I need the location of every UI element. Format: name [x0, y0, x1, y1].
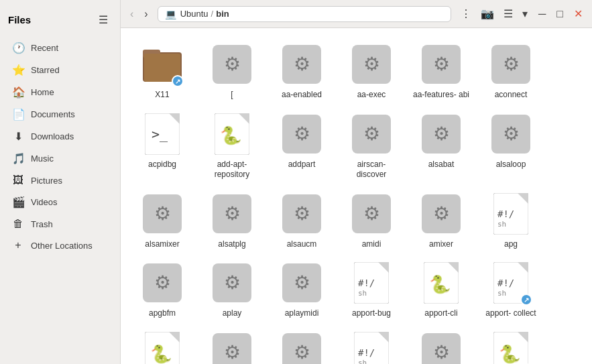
file-item-aplaymidi[interactable]: ⚙ aplaymidi [268, 257, 335, 324]
file-label-apport-cli: apport-cli [424, 308, 457, 319]
file-item-aa-enabled[interactable]: ⚙ aa-enabled [268, 39, 335, 106]
file-item-alsabat[interactable]: ⚙ alsabat [408, 109, 475, 186]
svg-text:🐍: 🐍 [499, 343, 521, 364]
pictures-icon: 🖼 [12, 174, 24, 186]
file-item-X11[interactable]: ↗X11 [129, 39, 196, 106]
file-label-alsaloop: alsaloop [496, 160, 526, 170]
file-label-aa-enabled: aa-enabled [282, 90, 322, 101]
svg-text:⚙: ⚙ [433, 123, 450, 144]
gear-icon: ⚙ [352, 45, 391, 86]
file-item-apt[interactable]: ⚙ apt [408, 327, 475, 364]
python-icon: 🐍 [145, 332, 180, 364]
symlink-badge: ↗ [520, 294, 532, 306]
gear-icon: ⚙ [213, 263, 251, 305]
sidebar-item-downloads[interactable]: ⬇ Downloads [4, 126, 116, 147]
file-item-addpart[interactable]: ⚙ addpart [268, 109, 335, 186]
back-button[interactable]: ‹ [126, 5, 137, 23]
file-label-airscan-discover: airscan- discover [341, 160, 402, 180]
file-label-alsatplg: alsatplg [218, 239, 245, 250]
file-item-airscan-discover[interactable]: ⚙ airscan- discover [338, 109, 405, 186]
file-item-apt-add[interactable]: 🐍 ↗apt-add-... [477, 327, 544, 364]
file-item-apgbfm[interactable]: ⚙ apgbfm [129, 257, 196, 324]
gear-icon: ⚙ [282, 263, 321, 305]
more-menu-button[interactable]: ⋮ [457, 5, 475, 23]
file-label-aa-features-abi: aa-features- abi [413, 90, 469, 101]
file-item-aa-exec[interactable]: ⚙ aa-exec [338, 39, 405, 106]
file-label-aplay: aplay [223, 308, 242, 319]
toolbar: ‹ › 💻 Ubuntu / bin ⋮ 📷 ☰ ▾ ─ □ ✕ [121, 0, 592, 28]
screenshot-button[interactable]: 📷 [477, 5, 498, 23]
svg-text:⚙: ⚙ [433, 203, 450, 224]
sidebar-item-videos[interactable]: 🎬 Videos [4, 192, 116, 213]
file-item-apg[interactable]: #!/ sh apg [477, 188, 544, 255]
maximize-button[interactable]: □ [552, 5, 567, 23]
file-item-apport-collect[interactable]: #!/ sh ↗apport- collect [477, 257, 544, 324]
svg-text:#!/: #!/ [358, 347, 375, 358]
gear-icon: ⚙ [491, 115, 530, 156]
file-label-X11: X11 [155, 90, 169, 101]
sidebar-item-starred[interactable]: ⭐ Starred [4, 60, 116, 80]
gear-icon: ⚙ [282, 45, 321, 86]
file-item-amidi[interactable]: ⚙ amidi [338, 188, 405, 255]
sidebar-label-starred: Starred [31, 65, 60, 75]
file-item-alsaloop[interactable]: ⚙ alsaloop [477, 109, 544, 186]
other-locations-icon: + [12, 239, 24, 251]
python-icon: 🐍 [493, 332, 528, 364]
breadcrumb-ubuntu[interactable]: Ubuntu [180, 9, 209, 19]
gear-icon: ⚙ [422, 333, 461, 364]
file-item-bracket[interactable]: ⚙ [ [198, 39, 265, 106]
documents-icon: 📄 [12, 108, 24, 121]
file-label-apport-bug: apport-bug [352, 308, 391, 319]
svg-text:⚙: ⚙ [154, 272, 171, 293]
sidebar-item-pictures[interactable]: 🖼 Pictures [4, 170, 116, 190]
view-toggle-button[interactable]: ☰ [499, 5, 517, 23]
sidebar-item-home[interactable]: 🏠 Home [4, 82, 116, 103]
script-icon: #!/ sh [493, 193, 528, 237]
file-item-apport-cli[interactable]: 🐍 apport-cli [408, 257, 475, 324]
file-label-apport-collect: apport- collect [485, 308, 536, 319]
terminal-icon: >_ [145, 113, 180, 158]
gear-icon: ⚙ [143, 263, 182, 305]
forward-button[interactable]: › [140, 5, 152, 23]
svg-text:🐍: 🐍 [150, 343, 172, 364]
gear-icon: ⚙ [352, 115, 391, 156]
sidebar-item-music[interactable]: 🎵 Music [4, 148, 116, 169]
file-label-add-apt-repository: add-apt- repository [202, 160, 262, 180]
svg-text:⚙: ⚙ [294, 272, 310, 293]
file-item-alsamixer[interactable]: ⚙ alsamixer [129, 188, 196, 255]
sidebar-item-documents[interactable]: 📄 Documents [4, 104, 116, 125]
file-item-aconnect[interactable]: ⚙ aconnect [477, 39, 544, 106]
sidebar-item-recent[interactable]: 🕐 Recent [4, 38, 116, 58]
main-panel: ‹ › 💻 Ubuntu / bin ⋮ 📷 ☰ ▾ ─ □ ✕ ↗X11 [121, 0, 592, 364]
file-item-alsatplg[interactable]: ⚙ alsatplg [198, 188, 265, 255]
file-item-aplay[interactable]: ⚙ aplay [198, 257, 265, 324]
svg-text:⚙: ⚙ [363, 123, 380, 144]
file-item-add-apt-repository[interactable]: 🐍 add-apt- repository [198, 109, 265, 186]
close-button[interactable]: ✕ [570, 5, 587, 23]
sidebar-label-videos: Videos [31, 197, 58, 207]
sidebar-menu-button[interactable]: ☰ [95, 11, 112, 29]
sidebar-label-documents: Documents [31, 109, 75, 119]
symlink-badge: ↗ [172, 75, 184, 87]
file-item-alsaucm[interactable]: ⚙ alsaucm [268, 188, 335, 255]
svg-text:⚙: ⚙ [503, 123, 520, 144]
view-dropdown-button[interactable]: ▾ [518, 5, 532, 23]
file-item-apport-x[interactable]: 🐍 apport-... [129, 327, 196, 364]
file-item-aa-features-abi[interactable]: ⚙ aa-features- abi [408, 39, 475, 106]
sidebar-item-other-locations[interactable]: + Other Locations [4, 235, 116, 255]
svg-text:#!/: #!/ [497, 278, 514, 288]
file-item-appres[interactable]: ⚙ appres [198, 327, 265, 364]
file-item-amixer[interactable]: ⚙ amixer [408, 188, 475, 255]
file-item-acpidbg[interactable]: >_ acpidbg [129, 109, 196, 186]
svg-text:⚙: ⚙ [224, 54, 241, 74]
file-item-apport-bug[interactable]: #!/ sh apport-bug [338, 257, 405, 324]
sidebar-item-trash[interactable]: 🗑 Trash [4, 214, 116, 234]
downloads-icon: ⬇ [12, 130, 24, 143]
sidebar-label-home: Home [31, 87, 54, 97]
gear-icon: ⚙ [491, 45, 530, 86]
file-item-appstreamcl[interactable]: ⚙ appstreamcl [268, 327, 335, 364]
svg-text:sh: sh [358, 359, 367, 364]
file-item-apropos[interactable]: #!/ sh apropos [338, 327, 405, 364]
svg-text:⚙: ⚙ [294, 123, 310, 144]
minimize-button[interactable]: ─ [534, 5, 550, 23]
